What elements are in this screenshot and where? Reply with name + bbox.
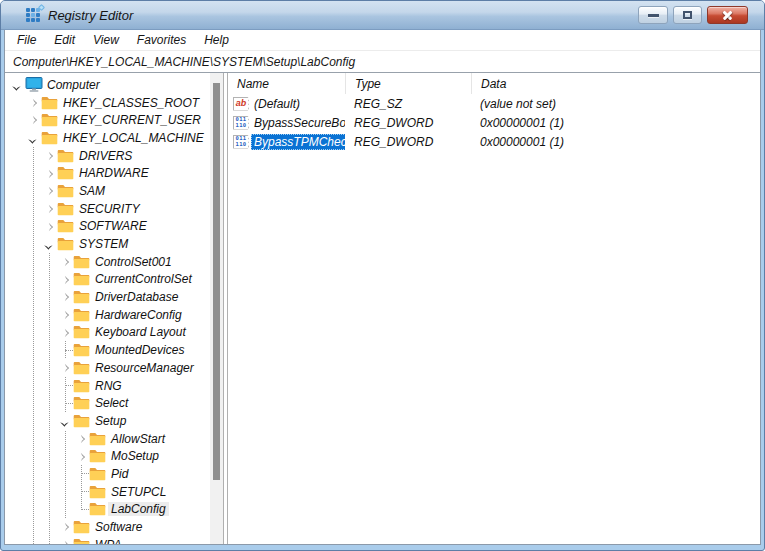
tree-indent bbox=[5, 412, 57, 430]
maximize-button[interactable] bbox=[673, 6, 702, 24]
tree-vertical-scrollbar[interactable] bbox=[210, 73, 223, 544]
tree-item-label: HARDWARE bbox=[76, 166, 152, 180]
folder-icon bbox=[73, 414, 92, 428]
folder-icon bbox=[73, 290, 92, 304]
tree-indent bbox=[5, 430, 73, 448]
folder-icon bbox=[73, 396, 92, 410]
chevron-right-icon[interactable] bbox=[25, 94, 41, 112]
value-type: REG_SZ bbox=[345, 97, 471, 111]
value-list: ab(Default)REG_SZ(value not set)011110By… bbox=[228, 94, 760, 151]
chevron-right-icon[interactable] bbox=[73, 430, 89, 448]
tree-item-mosetup[interactable]: MoSetup bbox=[5, 447, 210, 465]
tree-item-wpa[interactable]: WPA bbox=[5, 536, 210, 544]
tree-indent bbox=[5, 536, 57, 544]
column-header-data[interactable]: Data bbox=[471, 73, 760, 94]
tree-indent bbox=[5, 235, 41, 253]
tree-item-setup[interactable]: Setup bbox=[5, 412, 210, 430]
menu-file[interactable]: File bbox=[8, 33, 45, 47]
menu-favorites[interactable]: Favorites bbox=[128, 33, 195, 47]
tree-item-software[interactable]: SOFTWARE bbox=[5, 218, 210, 236]
tree-item-software[interactable]: Software bbox=[5, 518, 210, 536]
key-tree-pane: ComputerHKEY_CLASSES_ROOTHKEY_CURRENT_US… bbox=[5, 73, 224, 544]
tree-item-hardware[interactable]: HARDWARE bbox=[5, 164, 210, 182]
tree-item-drivers[interactable]: DRIVERS bbox=[5, 147, 210, 165]
address-bar[interactable]: Computer\HKEY_LOCAL_MACHINE\SYSTEM\Setup… bbox=[5, 51, 760, 73]
tree-indent bbox=[5, 483, 73, 501]
tree-item-keyboard-layout[interactable]: Keyboard Layout bbox=[5, 324, 210, 342]
tree-indent bbox=[5, 377, 57, 395]
tree-item-allowstart[interactable]: AllowStart bbox=[5, 430, 210, 448]
chevron-right-icon[interactable] bbox=[41, 164, 57, 182]
tree-item-security[interactable]: SECURITY bbox=[5, 200, 210, 218]
tree-item-driverdatabase[interactable]: DriverDatabase bbox=[5, 288, 210, 306]
menu-help[interactable]: Help bbox=[195, 33, 238, 47]
chevron-down-icon[interactable] bbox=[9, 76, 25, 94]
folder-icon bbox=[57, 202, 76, 216]
tree-item-rng[interactable]: RNG bbox=[5, 377, 210, 395]
tree-item-pid[interactable]: Pid bbox=[5, 465, 210, 483]
tree-item-mounteddevices[interactable]: MountedDevices bbox=[5, 341, 210, 359]
tree-item-hkey-current-user[interactable]: HKEY_CURRENT_USER bbox=[5, 111, 210, 129]
scrollbar-thumb[interactable] bbox=[213, 83, 220, 480]
value-row-default[interactable]: ab(Default)REG_SZ(value not set) bbox=[228, 94, 760, 113]
chevron-down-icon[interactable] bbox=[57, 412, 73, 430]
chevron-right-icon[interactable] bbox=[57, 288, 73, 306]
tree-item-hkey-classes-root[interactable]: HKEY_CLASSES_ROOT bbox=[5, 94, 210, 112]
folder-icon bbox=[89, 467, 108, 481]
value-row-bypasstpmcheck[interactable]: 011110BypassTPMCheckREG_DWORD0x00000001 … bbox=[228, 132, 760, 151]
menu-edit[interactable]: Edit bbox=[45, 33, 84, 47]
chevron-right-icon[interactable] bbox=[57, 536, 73, 544]
tree-indent bbox=[5, 218, 41, 236]
chevron-right-icon[interactable] bbox=[73, 447, 89, 465]
column-header-name[interactable]: Name bbox=[228, 73, 345, 94]
tree-item-label: SETUPCL bbox=[108, 485, 169, 499]
value-name: BypassSecureBoot bbox=[251, 115, 345, 131]
chevron-right-icon[interactable] bbox=[57, 271, 73, 289]
tree-item-label: DRIVERS bbox=[76, 149, 135, 163]
tree-item-controlset001[interactable]: ControlSet001 bbox=[5, 253, 210, 271]
chevron-right-icon[interactable] bbox=[41, 147, 57, 165]
tree-item-select[interactable]: Select bbox=[5, 394, 210, 412]
folder-icon bbox=[73, 308, 92, 322]
chevron-right-icon[interactable] bbox=[57, 324, 73, 342]
folder-icon bbox=[73, 538, 92, 544]
tree-indent bbox=[5, 164, 41, 182]
chevron-right-icon[interactable] bbox=[57, 359, 73, 377]
tree-item-labconfig[interactable]: LabConfig bbox=[5, 501, 210, 519]
column-header-type[interactable]: Type bbox=[345, 73, 471, 94]
tree-item-label: HKEY_CLASSES_ROOT bbox=[60, 96, 202, 110]
tree-item-hardwareconfig[interactable]: HardwareConfig bbox=[5, 306, 210, 324]
close-button[interactable] bbox=[707, 6, 748, 24]
title-bar[interactable]: Registry Editor bbox=[1, 1, 764, 30]
chevron-down-icon[interactable] bbox=[41, 235, 57, 253]
tree-item-setupcl[interactable]: SETUPCL bbox=[5, 483, 210, 501]
tree-item-currentcontrolset[interactable]: CurrentControlSet bbox=[5, 271, 210, 289]
tree-item-hkey-local-machine[interactable]: HKEY_LOCAL_MACHINE bbox=[5, 129, 210, 147]
value-name: BypassTPMCheck bbox=[251, 134, 345, 150]
tree-item-label: AllowStart bbox=[108, 432, 168, 446]
minimize-button[interactable] bbox=[638, 6, 668, 24]
tree-item-computer[interactable]: Computer bbox=[5, 76, 210, 94]
chevron-down-icon[interactable] bbox=[25, 129, 41, 147]
computer-icon bbox=[25, 77, 44, 92]
folder-icon bbox=[73, 520, 92, 534]
tree-indent bbox=[5, 111, 25, 129]
tree-connector bbox=[73, 483, 89, 501]
chevron-right-icon[interactable] bbox=[41, 182, 57, 200]
folder-icon bbox=[57, 166, 76, 180]
chevron-right-icon[interactable] bbox=[57, 518, 73, 536]
folder-icon bbox=[57, 184, 76, 198]
chevron-right-icon[interactable] bbox=[41, 218, 57, 236]
tree-item-system[interactable]: SYSTEM bbox=[5, 235, 210, 253]
tree-item-resourcemanager[interactable]: ResourceManager bbox=[5, 359, 210, 377]
folder-icon bbox=[89, 449, 108, 463]
chevron-right-icon[interactable] bbox=[41, 200, 57, 218]
chevron-right-icon[interactable] bbox=[57, 253, 73, 271]
tree-item-label: WPA bbox=[92, 538, 124, 544]
address-path: Computer\HKEY_LOCAL_MACHINE\SYSTEM\Setup… bbox=[13, 55, 355, 69]
value-row-bypasssecureboot[interactable]: 011110BypassSecureBootREG_DWORD0x0000000… bbox=[228, 113, 760, 132]
menu-view[interactable]: View bbox=[84, 33, 128, 47]
chevron-right-icon[interactable] bbox=[25, 111, 41, 129]
tree-item-sam[interactable]: SAM bbox=[5, 182, 210, 200]
chevron-right-icon[interactable] bbox=[57, 306, 73, 324]
